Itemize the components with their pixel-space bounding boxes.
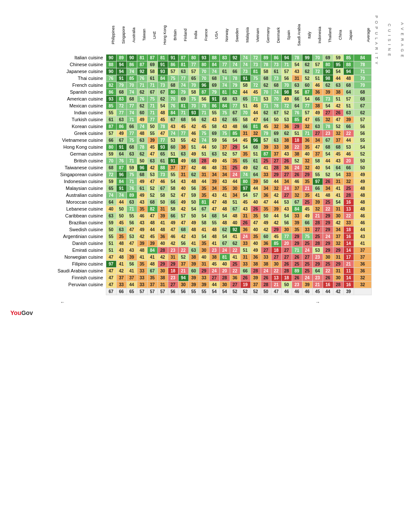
cell-15-8: 68: [188, 157, 199, 164]
cell-25-8: 48: [188, 226, 199, 233]
cell-8-8: 93: [188, 109, 199, 116]
cell-15-16: 27: [271, 157, 281, 164]
avg-cell-20: 48: [354, 192, 371, 199]
cell-21-2: 63: [126, 199, 137, 205]
cell-28-14: 49: [250, 247, 261, 254]
cell-32-20: 23: [312, 274, 323, 281]
cell-8-20: 49: [312, 109, 323, 116]
cell-12-21: 67: [323, 137, 333, 144]
cell-32-0: 47: [106, 274, 116, 281]
cell-0-17: 94: [281, 54, 292, 61]
cell-8-21: 27: [323, 109, 333, 116]
cell-10-21: 78: [323, 123, 333, 130]
cell-30-3: 35: [137, 260, 147, 267]
cell-22-3: 35: [137, 205, 147, 212]
col-header-6: Britain: [168, 15, 178, 54]
cell-6-22: 51: [333, 95, 343, 102]
cell-10-8: 42: [188, 123, 199, 130]
cell-32-19: 24: [302, 274, 312, 281]
cell-31-19: 25: [302, 267, 312, 274]
main-table-container: PhilippinesSingaporeAustraliaTaiwanUAEHo…: [9, 15, 372, 317]
cell-8-22: 26: [333, 109, 343, 116]
table-row: Indian cuisine55777460714884719371557567…: [9, 109, 372, 116]
row-label-10: Korean cuisine: [9, 123, 106, 130]
cell-30-21: 25: [323, 260, 333, 267]
cell-18-16: 44: [271, 178, 281, 185]
cell-9-4: 77: [147, 116, 157, 123]
cell-24-13: 26: [240, 219, 250, 226]
cell-0-10: 88: [209, 54, 219, 61]
cell-31-2: 41: [126, 267, 137, 274]
cell-19-11: 35: [219, 185, 230, 192]
cell-16-12: 25: [230, 164, 240, 171]
cell-25-19: 33: [302, 226, 312, 233]
cell-2-19: 62: [302, 68, 312, 75]
cell-28-7: 22: [178, 247, 188, 254]
cell-15-7: 49: [178, 157, 188, 164]
cell-8-17: 52: [281, 109, 292, 116]
cell-31-3: 33: [137, 267, 147, 274]
cell-17-13: 74: [240, 171, 250, 178]
cell-3-0: 76: [106, 75, 116, 82]
cell-14-19: 40: [302, 150, 312, 157]
cell-25-15: 42: [261, 226, 271, 233]
cell-10-10: 58: [209, 123, 219, 130]
cell-29-16: 27: [271, 254, 281, 260]
cell-16-8: 42: [188, 164, 199, 171]
cell-18-3: 49: [137, 178, 147, 185]
cell-8-4: 71: [147, 109, 157, 116]
cell-19-4: 52: [147, 185, 157, 192]
cell-25-1: 63: [116, 226, 126, 233]
cell-6-20: 66: [312, 95, 323, 102]
col-header-4: UAE: [147, 15, 157, 54]
table-row: Hong Kong cuisine80916878459360385144503…: [9, 144, 372, 150]
cell-33-13: 19: [240, 281, 250, 288]
cell-23-21: 29: [323, 212, 333, 219]
cell-5-9: 87: [199, 89, 209, 95]
cell-14-11: 52: [219, 150, 230, 157]
cell-7-7: 81: [178, 102, 188, 109]
cell-13-8: 51: [188, 144, 199, 150]
cell-8-13: 70: [240, 109, 250, 116]
cell-25-21: 29: [323, 226, 333, 233]
cell-3-8: 65: [188, 75, 199, 82]
cell-29-21: 30: [323, 254, 333, 260]
col-avg-cell-0: 67: [106, 288, 116, 295]
cell-15-19: 32: [302, 157, 312, 164]
cell-31-20: 64: [312, 267, 323, 274]
cell-15-6: 91: [168, 157, 178, 164]
table-row: Australian cuisine7474894952585247593543…: [9, 192, 372, 199]
cell-29-14: 36: [250, 254, 261, 260]
avg-cell-5: 68: [354, 89, 371, 95]
cell-14-16: 37: [271, 150, 281, 157]
cell-25-16: 29: [271, 226, 281, 233]
table-row: German cuisine59646362476551634951635257…: [9, 150, 372, 157]
cell-21-21: 25: [323, 199, 333, 205]
col-avg-cell-4: 57: [147, 288, 157, 295]
cell-24-14: 47: [250, 219, 261, 226]
cell-33-23: 16: [343, 281, 354, 288]
cell-26-23: 16: [343, 233, 354, 240]
cell-31-9: 29: [199, 267, 209, 274]
cell-20-11: 41: [219, 192, 230, 199]
cell-15-21: 44: [323, 157, 333, 164]
cell-27-10: 41: [209, 240, 219, 247]
cell-7-0: 85: [106, 102, 116, 109]
cell-22-23: 13: [343, 205, 354, 212]
cell-9-8: 56: [188, 116, 199, 123]
col-avg-cell-9: 55: [199, 288, 209, 295]
cell-24-11: 48: [219, 219, 230, 226]
cell-33-19: 39: [302, 281, 312, 288]
cell-4-13: 58: [240, 82, 250, 89]
cell-19-22: 41: [333, 185, 343, 192]
cell-8-2: 74: [126, 109, 137, 116]
cell-1-13: 74: [240, 61, 250, 68]
cell-16-5: 88: [157, 164, 168, 171]
cell-33-7: 30: [178, 281, 188, 288]
side-text-3: P O P U L A R I T Y: [374, 15, 379, 65]
cell-3-18: 31: [292, 75, 302, 82]
cell-7-12: 77: [230, 102, 240, 109]
cell-26-14: 35: [250, 233, 261, 240]
row-label-13: Hong Kong cuisine: [9, 144, 106, 150]
cell-21-4: 68: [147, 199, 157, 205]
